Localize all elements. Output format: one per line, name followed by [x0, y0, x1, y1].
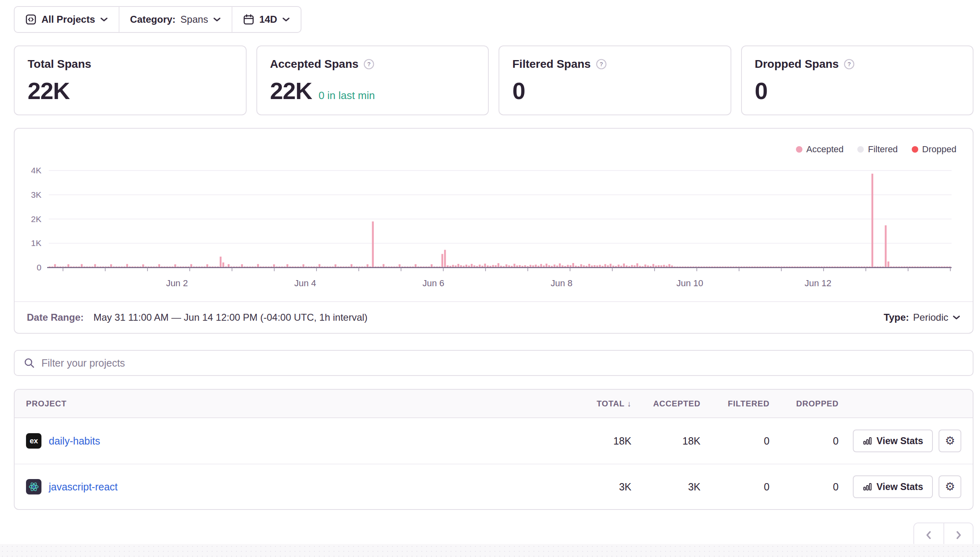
gear-icon: ⚙ — [945, 435, 955, 447]
next-page-button[interactable] — [943, 523, 973, 547]
filtered-cell: 0 — [700, 481, 770, 493]
card-value: 0 — [512, 77, 525, 104]
page-footer-texture — [0, 544, 980, 557]
help-icon[interactable]: ? — [596, 58, 607, 70]
express-platform-icon: ex — [26, 433, 41, 449]
project-filter-label: All Projects — [41, 14, 95, 25]
card-value: 0 — [755, 77, 768, 104]
category-filter-dropdown[interactable]: Category: Spans — [119, 7, 232, 32]
view-stats-button[interactable]: View Stats — [853, 475, 933, 498]
sort-desc-icon: ↓ — [627, 399, 631, 408]
accepted-cell: 18K — [631, 435, 700, 447]
svg-text:0: 0 — [37, 263, 41, 272]
date-range-value: May 31 11:00 AM — Jun 14 12:00 PM (-04:0… — [93, 312, 368, 323]
total-spans-card: Total Spans 22K — [14, 45, 247, 115]
svg-text:Jun 10: Jun 10 — [676, 278, 703, 288]
card-value: 22K — [28, 77, 69, 104]
chevron-down-icon — [213, 17, 221, 22]
card-value: 22K — [270, 77, 312, 104]
bar-chart-icon — [863, 436, 872, 446]
chevron-down-icon — [952, 315, 960, 320]
project-settings-button[interactable]: ⚙ — [939, 475, 961, 498]
dropped-cell: 0 — [770, 481, 839, 493]
chevron-down-icon — [100, 17, 108, 22]
column-total-sortable[interactable]: Total ↓ — [562, 399, 631, 408]
column-project: Project — [15, 399, 562, 408]
search-icon — [24, 357, 35, 369]
chevron-left-icon — [924, 530, 933, 540]
filtered-spans-card: Filtered Spans ? 0 — [499, 45, 731, 115]
project-search — [14, 350, 973, 376]
svg-text:?: ? — [848, 61, 851, 67]
svg-text:Jun 12: Jun 12 — [804, 278, 831, 288]
card-title: Total Spans — [28, 58, 91, 71]
filtered-cell: 0 — [700, 435, 770, 447]
total-cell: 18K — [562, 435, 631, 447]
calendar-icon — [243, 14, 254, 25]
category-filter-label: Category: — [130, 14, 176, 25]
project-settings-button[interactable]: ⚙ — [939, 430, 961, 452]
table-row: javascript-react 3K 3K 0 0 View Stats ⚙ — [15, 464, 973, 509]
date-period-value: 14D — [259, 14, 277, 25]
svg-text:?: ? — [600, 61, 603, 67]
filter-bar: All Projects Category: Spans 14D — [14, 6, 301, 33]
help-icon[interactable]: ? — [363, 58, 375, 70]
table-header: Project Total ↓ Accepted Filtered Droppe… — [15, 390, 973, 418]
bar-chart-icon — [863, 482, 872, 492]
date-range: Date Range: May 31 11:00 AM — Jun 14 12:… — [27, 312, 368, 323]
dropped-cell: 0 — [770, 435, 839, 447]
date-period-dropdown[interactable]: 14D — [232, 7, 301, 32]
accepted-spans-card: Accepted Spans ? 22K 0 in last min — [256, 45, 489, 115]
svg-text:2K: 2K — [31, 214, 41, 224]
date-range-label: Date Range: — [27, 312, 84, 323]
gear-icon: ⚙ — [945, 481, 955, 492]
type-label: Type: — [884, 312, 909, 323]
svg-text:Jun 8: Jun 8 — [551, 278, 572, 288]
help-icon[interactable]: ? — [843, 58, 855, 70]
chevron-right-icon — [954, 530, 963, 540]
project-filter-dropdown[interactable]: All Projects — [15, 7, 119, 32]
svg-text:3K: 3K — [31, 190, 41, 199]
svg-text:1K: 1K — [31, 238, 41, 248]
stats-page: All Projects Category: Spans 14D Total S… — [0, 0, 980, 557]
column-accepted: Accepted — [631, 399, 700, 408]
chevron-down-icon — [282, 17, 290, 22]
svg-text:4K: 4K — [31, 166, 41, 175]
view-stats-button[interactable]: View Stats — [853, 430, 933, 452]
accepted-cell: 3K — [631, 481, 700, 493]
svg-text:Jun 2: Jun 2 — [166, 278, 188, 288]
stat-cards-row: Total Spans 22K Accepted Spans ? 22K 0 i… — [14, 45, 973, 115]
category-filter-value: Spans — [180, 14, 208, 25]
dropped-spans-card: Dropped Spans ? 0 — [741, 45, 974, 115]
project-link[interactable]: javascript-react — [49, 481, 118, 493]
react-platform-icon — [26, 479, 41, 494]
card-title: Accepted Spans — [270, 58, 359, 71]
type-dropdown[interactable]: Type: Periodic — [884, 312, 960, 323]
card-subtext: 0 in last min — [319, 89, 375, 102]
column-filtered: Filtered — [700, 399, 770, 408]
svg-text:Jun 4: Jun 4 — [294, 278, 316, 288]
usage-chart-card: Accepted Filtered Dropped 01K2K3K4KJun 2… — [14, 128, 973, 334]
total-cell: 3K — [562, 481, 631, 493]
type-value: Periodic — [913, 312, 948, 323]
card-title: Dropped Spans — [755, 58, 839, 71]
search-input[interactable] — [41, 357, 964, 369]
project-link[interactable]: daily-habits — [49, 435, 100, 447]
previous-page-button[interactable] — [914, 523, 943, 547]
chart-footer: Date Range: May 31 11:00 AM — Jun 14 12:… — [15, 301, 973, 333]
svg-text:Jun 6: Jun 6 — [423, 278, 444, 288]
spans-bar-chart[interactable]: 01K2K3K4KJun 2Jun 4Jun 6Jun 8Jun 10Jun 1… — [15, 129, 974, 303]
column-dropped: Dropped — [770, 399, 839, 408]
projects-icon — [25, 14, 37, 25]
table-row: ex daily-habits 18K 18K 0 0 View Stats ⚙ — [15, 418, 973, 464]
projects-table: Project Total ↓ Accepted Filtered Droppe… — [14, 389, 973, 510]
svg-text:?: ? — [367, 61, 371, 67]
card-title: Filtered Spans — [512, 58, 591, 71]
